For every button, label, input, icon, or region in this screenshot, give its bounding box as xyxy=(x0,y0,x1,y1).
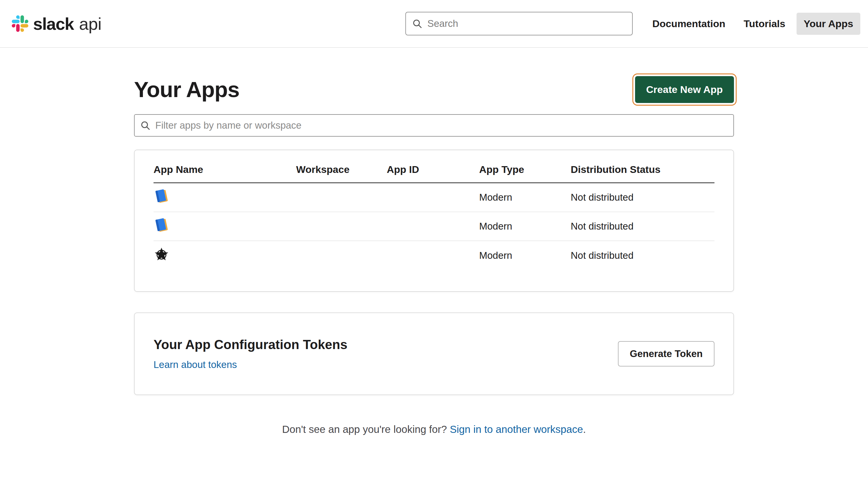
col-distribution-status: Distribution Status xyxy=(571,164,715,175)
table-row[interactable]: Modern Not distributed xyxy=(153,241,715,270)
tokens-card-text: Your App Configuration Tokens Learn abou… xyxy=(153,337,347,370)
page-title: Your Apps xyxy=(134,77,240,102)
apps-table-header: App Name Workspace App ID App Type Distr… xyxy=(153,164,715,183)
header-search xyxy=(405,12,633,35)
create-new-app-button[interactable]: Create New App xyxy=(635,76,734,103)
learn-about-tokens-link[interactable]: Learn about tokens xyxy=(153,359,237,370)
slack-api-logo[interactable]: slack api xyxy=(12,14,102,34)
table-row[interactable]: Modern Not distributed xyxy=(153,183,715,212)
blue-book-icon xyxy=(153,217,169,233)
footer-text: Don't see an app you're looking for? xyxy=(282,424,450,435)
app-type-cell: Modern xyxy=(479,221,571,232)
filter-apps xyxy=(134,114,734,137)
filter-apps-input[interactable] xyxy=(134,114,734,137)
footer-note: Don't see an app you're looking for? Sig… xyxy=(134,424,734,435)
footer-suffix: . xyxy=(583,424,586,435)
blue-book-icon xyxy=(153,188,169,204)
nav-your-apps[interactable]: Your Apps xyxy=(796,13,860,35)
col-app-id: App ID xyxy=(387,164,479,175)
distribution-status-cell: Not distributed xyxy=(571,192,715,203)
brand-api-text: api xyxy=(79,14,102,34)
main-content: Your Apps Create New App App Name Worksp… xyxy=(134,76,734,435)
header-nav: Documentation Tutorials Your Apps xyxy=(645,13,860,35)
distribution-status-cell: Not distributed xyxy=(571,221,715,232)
filter-search-icon xyxy=(140,120,150,131)
slack-logo-icon xyxy=(12,16,28,32)
brand-slack-text: slack xyxy=(33,14,74,34)
tokens-card-title: Your App Configuration Tokens xyxy=(153,337,347,352)
apps-table-card: App Name Workspace App ID App Type Distr… xyxy=(134,150,734,292)
search-icon xyxy=(412,18,422,29)
col-app-name: App Name xyxy=(153,164,296,175)
config-tokens-card: Your App Configuration Tokens Learn abou… xyxy=(134,313,734,395)
generate-token-button[interactable]: Generate Token xyxy=(618,341,715,367)
search-input[interactable] xyxy=(405,12,633,35)
title-row: Your Apps Create New App xyxy=(134,76,734,103)
nav-documentation[interactable]: Documentation xyxy=(645,13,732,35)
app-type-cell: Modern xyxy=(479,250,571,261)
top-header: slack api Documentation Tutorials Your A… xyxy=(0,0,868,48)
app-name-cell xyxy=(153,247,296,265)
app-name-cell xyxy=(153,188,296,206)
app-type-cell: Modern xyxy=(479,192,571,203)
col-app-type: App Type xyxy=(479,164,571,175)
col-workspace: Workspace xyxy=(296,164,387,175)
table-row[interactable]: Modern Not distributed xyxy=(153,212,715,241)
black-star-icon xyxy=(153,247,169,262)
app-name-cell xyxy=(153,217,296,235)
sign-in-another-workspace-link[interactable]: Sign in to another workspace xyxy=(450,424,583,435)
distribution-status-cell: Not distributed xyxy=(571,250,715,261)
nav-tutorials[interactable]: Tutorials xyxy=(737,13,792,35)
